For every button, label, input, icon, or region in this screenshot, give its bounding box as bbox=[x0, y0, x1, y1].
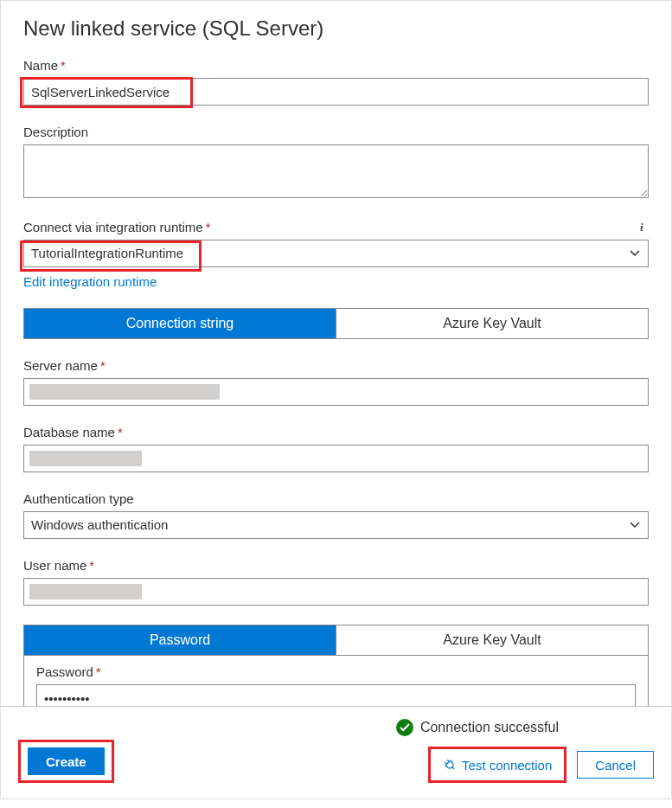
edit-integration-runtime-link[interactable]: Edit integration runtime bbox=[23, 274, 157, 289]
name-input[interactable] bbox=[23, 78, 649, 106]
tab-connection-string[interactable]: Connection string bbox=[24, 309, 336, 338]
description-input[interactable] bbox=[23, 144, 649, 198]
connection-tabs: Connection string Azure Key Vault bbox=[23, 308, 649, 339]
password-tabs: Password Azure Key Vault bbox=[23, 625, 649, 656]
integration-runtime-label: Connect via integration runtime* bbox=[23, 220, 210, 234]
connection-status: Connection successful bbox=[396, 719, 559, 736]
test-connection-button[interactable]: Test connection bbox=[434, 751, 560, 779]
password-input[interactable] bbox=[36, 684, 636, 706]
required-icon: * bbox=[206, 220, 211, 234]
database-name-label: Database name* bbox=[23, 425, 123, 439]
required-icon: * bbox=[118, 425, 123, 439]
user-name-label: User name* bbox=[23, 558, 94, 573]
server-name-label: Server name* bbox=[23, 358, 106, 373]
highlight-test: Test connection bbox=[428, 747, 566, 783]
cancel-button[interactable]: Cancel bbox=[577, 751, 654, 779]
redacted-value bbox=[29, 384, 220, 400]
tab-password[interactable]: Password bbox=[24, 625, 336, 655]
create-button[interactable]: Create bbox=[28, 747, 105, 775]
page-title: New linked service (SQL Server) bbox=[23, 16, 649, 41]
tab-azure-key-vault[interactable]: Azure Key Vault bbox=[336, 309, 648, 338]
description-label: Description bbox=[23, 125, 88, 139]
auth-type-label: Authentication type bbox=[23, 491, 134, 506]
required-icon: * bbox=[89, 558, 94, 573]
tab-password-key-vault[interactable]: Azure Key Vault bbox=[336, 625, 648, 655]
user-name-input[interactable] bbox=[23, 578, 649, 606]
redacted-value bbox=[29, 584, 142, 600]
plug-icon bbox=[443, 758, 457, 772]
required-icon: * bbox=[96, 664, 101, 679]
required-icon: * bbox=[100, 358, 106, 373]
server-name-input[interactable] bbox=[23, 378, 649, 406]
auth-type-select[interactable]: Windows authentication bbox=[23, 511, 649, 539]
integration-runtime-select[interactable]: TutorialIntegrationRuntime bbox=[23, 240, 649, 267]
check-circle-icon bbox=[396, 719, 413, 736]
highlight-create: Create bbox=[18, 740, 114, 783]
database-name-input[interactable] bbox=[23, 445, 649, 472]
redacted-value bbox=[29, 451, 142, 466]
info-icon[interactable]: i bbox=[635, 221, 649, 234]
name-label: Name* bbox=[23, 58, 66, 73]
required-icon: * bbox=[61, 58, 66, 73]
password-label: Password* bbox=[36, 664, 636, 679]
